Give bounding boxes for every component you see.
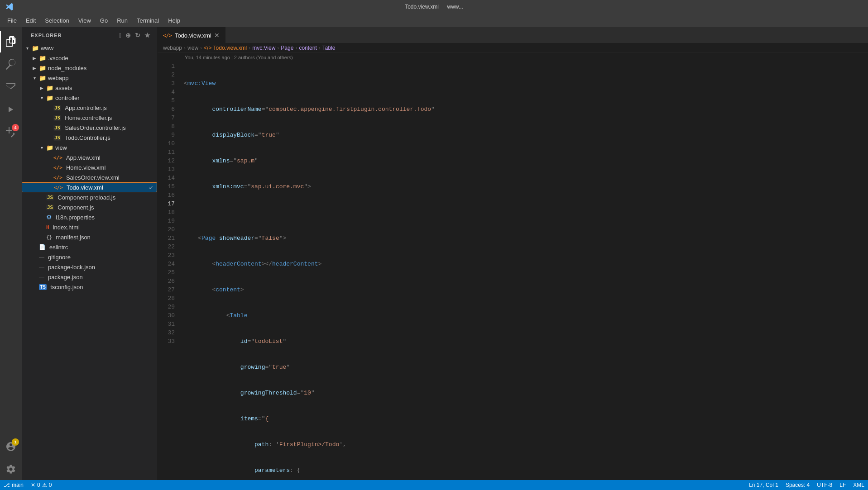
tree-item-controller[interactable]: ▾ 📁 controller [22,93,157,103]
file-icon: 📄 [39,244,46,250]
code-line-7: <Page showHeader="false"> [184,234,868,243]
status-branch[interactable]: ⎇ main [0,480,27,490]
status-errors[interactable]: ✕ 0 ⚠ 0 [27,480,55,490]
xml-icon: </> [53,165,62,171]
code-line-16: parameters: { [184,466,868,475]
breadcrumb-sep-4: › [277,45,279,51]
tree-item-index-html[interactable]: ▶ H index.html [22,222,157,232]
tree-item-vscode[interactable]: ▶ 📁 .vscode [22,53,157,63]
tree-item-home-controller[interactable]: ▶ JS Home.controller.js [22,113,157,123]
tree-item-assets[interactable]: ▶ 📁 assets [22,83,157,93]
js-icon: JS [46,195,54,200]
xml-icon: </> [53,175,62,181]
menu-item-selection[interactable]: Selection [41,15,72,26]
refresh-icon[interactable]: ↻ [134,31,142,40]
tab-close-button[interactable]: ✕ [214,32,220,39]
encoding-text: UTF-8 [817,482,832,488]
tree-item-home-view[interactable]: ▶ </> Home.view.xml [22,162,157,172]
menu-item-view[interactable]: View [75,15,95,26]
code-line-15: path: 'FirstPlugin>/Todo', [184,440,868,449]
menu-item-go[interactable]: Go [96,15,111,26]
tree-item-webapp[interactable]: ▾ 📁 webapp [22,73,157,83]
menu-item-help[interactable]: Help [164,15,184,26]
status-encoding[interactable]: UTF-8 [813,480,836,490]
status-eol[interactable]: LF [836,480,849,490]
ts-icon: TS [39,284,47,290]
tree-item-todo-controller[interactable]: ▶ JS Todo.Controller.js [22,133,157,143]
tree-item-node-modules[interactable]: ▶ 📁 node_modules [22,63,157,73]
folder-icon: 📁 [32,45,39,52]
accounts-icon[interactable]: 1 [0,436,22,457]
accounts-badge: 1 [12,438,19,446]
settings-icon[interactable] [0,458,22,480]
collapse-icon[interactable]: ★ [144,31,152,40]
tree-item-i18n[interactable]: ▶ ⚙ i18n.properties [22,212,157,222]
tree-item-salesorder-view[interactable]: ▶ </> SalesOrder.view.xml [22,172,157,182]
html-icon: H [46,224,49,230]
tree-item-gitignore[interactable]: ▶ — gitignore [22,252,157,262]
xml-icon: </> [53,155,62,161]
breadcrumb-page[interactable]: Page [281,45,293,51]
code-line-8: <headerContent></headerContent> [184,260,868,268]
breadcrumb-table[interactable]: Table [322,45,336,51]
tree-item-package-json[interactable]: ▶ — package.json [22,272,157,282]
tree-item-www[interactable]: ▾ 📁 www [22,43,157,53]
status-spaces[interactable]: Spaces: 4 [782,480,813,490]
status-language[interactable]: XML [849,480,868,490]
breadcrumb-webapp[interactable]: webapp [163,45,182,51]
breadcrumb-file[interactable]: </> Todo.view.xml [204,45,247,51]
tree-item-app-view[interactable]: ▶ </> App.view.xml [22,152,157,162]
code-line-3: displayBlock="true" [184,131,868,139]
tab-todo-view[interactable]: </> Todo.view.xml ✕ [158,27,225,43]
folder-icon: 📁 [39,75,46,81]
menu-item-terminal[interactable]: Terminal [133,15,163,26]
position-text: Ln 17, Col 1 [749,482,778,488]
status-bar: ⎇ main ✕ 0 ⚠ 0 Ln 17, Col 1 Spaces: 4 UT… [0,480,868,490]
cursor-label: ↙ [149,185,153,190]
search-icon[interactable] [0,53,22,75]
status-position[interactable]: Ln 17, Col 1 [745,480,782,490]
code-editor[interactable]: 1 2 3 4 5 6 7 8 9 10 11 12 13 14 15 16 1… [158,62,868,480]
tree-item-manifest[interactable]: ▶ {} manifest.json [22,232,157,242]
js-icon: JS [53,135,61,141]
run-icon[interactable] [0,99,22,120]
code-line-9: <content> [184,285,868,294]
breadcrumb-content[interactable]: content [299,45,317,51]
branch-name: main [12,482,24,488]
titlebar: Todo.view.xml — www... [0,0,868,14]
menu-item-run[interactable]: Run [113,15,131,26]
author-info: You, 14 minutes ago | 2 authors (You and… [158,53,868,62]
tree-item-package-lock[interactable]: ▶ — package-lock.json [22,262,157,272]
explorer-icon[interactable] [0,31,22,52]
extensions-icon[interactable]: 4 [0,121,22,143]
breadcrumb-view[interactable]: view [187,45,198,51]
code-line-10: <Table [184,311,868,320]
eol-text: LF [839,482,846,488]
tree-item-view[interactable]: ▾ 📁 view [22,143,157,152]
sidebar-header: EXPLORER  ⊕ ↻ ★ [22,27,157,43]
code-line-12: growing="true" [184,363,868,371]
tree-item-todo-view[interactable]: ▶ </> Todo.view.xml ↙ [22,182,157,192]
menu-item-file[interactable]: File [4,15,20,26]
breadcrumb-mvc-view[interactable]: mvc:View [252,45,275,51]
tree-item-salesorder-controller[interactable]: ▶ JS SalesOrder.controller.js [22,123,157,133]
tree-item-component-preload[interactable]: ▶ JS Component-preload.js [22,192,157,202]
new-folder-icon[interactable]: ⊕ [125,31,132,40]
menu-item-edit[interactable]: Edit [22,15,39,26]
tree-item-app-controller[interactable]: ▶ JS App.controller.js [22,103,157,113]
tree-item-eslintrc[interactable]: ▶ 📄 eslintrc [22,242,157,252]
source-control-icon[interactable] [0,76,22,98]
spaces-text: Spaces: 4 [786,482,810,488]
code-content[interactable]: <mvc:View controllerName="computec.appen… [180,62,868,480]
js-icon: JS [53,115,61,121]
folder-icon: 📁 [39,65,46,71]
new-file-icon[interactable]:  [118,31,123,40]
js-icon: JS [53,105,61,111]
tab-label: Todo.view.xml [175,32,211,39]
author-text: You, 14 minutes ago | 2 authors (You and… [185,55,293,60]
breadcrumb: webapp › view › </> Todo.view.xml › mvc:… [158,43,868,53]
vscode-logo [5,3,14,11]
code-line-2: controllerName="computec.appengine.first… [184,105,868,114]
tree-item-tsconfig[interactable]: ▶ TS tsconfig.json [22,282,157,292]
tree-item-component[interactable]: ▶ JS Component.js [22,202,157,212]
